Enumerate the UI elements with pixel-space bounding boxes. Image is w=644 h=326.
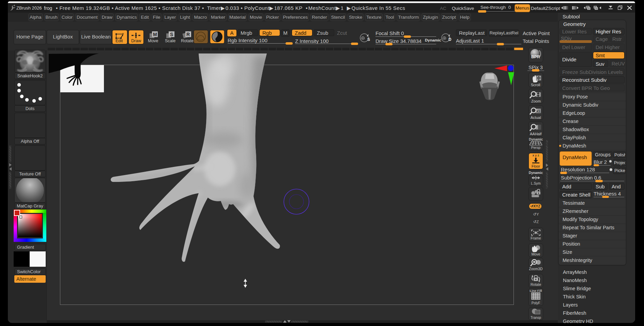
svg-text:D: D: [448, 37, 451, 42]
svg-text:M: M: [153, 32, 157, 37]
svg-text:Scroll: Scroll: [531, 83, 540, 87]
svg-text:AAHalf: AAHalf: [530, 132, 542, 136]
svg-text:R: R: [186, 32, 190, 37]
svg-text:Scale: Scale: [165, 38, 175, 43]
svg-text:S: S: [170, 32, 173, 37]
svg-text:BPR: BPR: [531, 55, 540, 59]
svg-text:Draw: Draw: [131, 38, 141, 43]
svg-text:Edit: Edit: [116, 38, 123, 43]
svg-text:Zoom: Zoom: [531, 99, 541, 103]
svg-text:S: S: [367, 37, 370, 42]
svg-text:Actual: Actual: [531, 115, 541, 120]
svg-text:Move: Move: [148, 38, 158, 43]
svg-text:Rotate: Rotate: [181, 38, 194, 43]
svg-text:x1: x1: [536, 109, 540, 113]
